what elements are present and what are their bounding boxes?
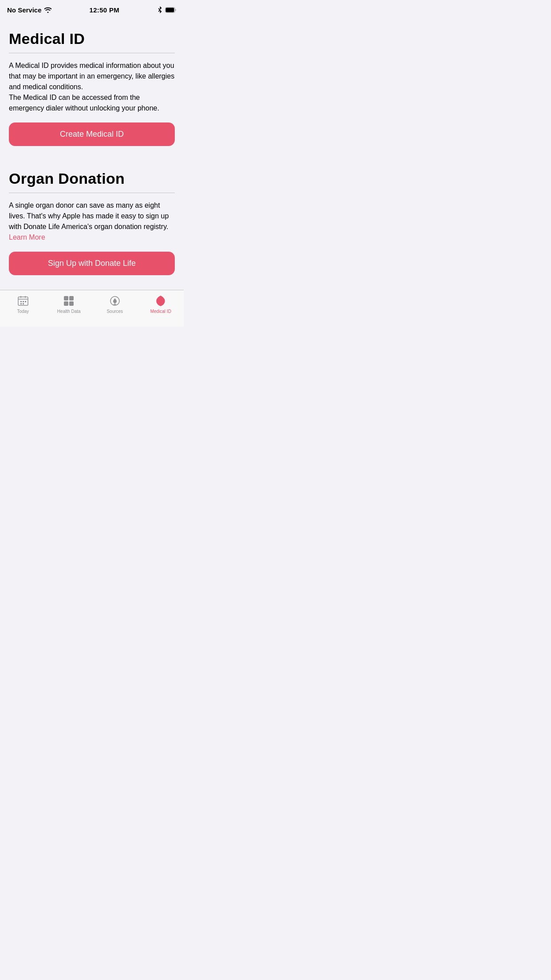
svg-rect-9 — [20, 303, 22, 304]
svg-rect-11 — [64, 296, 68, 300]
svg-rect-3 — [20, 296, 21, 298]
carrier-text: No Service — [7, 6, 42, 14]
organ-donation-title: Organ Donation — [9, 170, 175, 187]
status-right — [157, 6, 177, 13]
tab-sources[interactable]: Sources — [92, 295, 138, 314]
today-icon — [17, 295, 29, 307]
tab-health-data[interactable]: Health Data — [46, 295, 92, 314]
sources-icon — [109, 295, 121, 307]
create-medical-id-button[interactable]: Create Medical ID — [9, 122, 175, 146]
battery-icon — [165, 7, 177, 13]
medical-id-icon — [154, 295, 167, 307]
organ-donation-section: Organ Donation A single organ donor can … — [0, 159, 184, 284]
svg-rect-12 — [69, 296, 74, 300]
organ-donation-divider — [9, 193, 175, 193]
svg-rect-13 — [64, 301, 68, 306]
today-label: Today — [17, 309, 29, 314]
health-data-label: Health Data — [57, 309, 81, 314]
tab-medical-id[interactable]: Medical ID — [138, 295, 184, 314]
organ-donation-description: A single organ donor can save as many as… — [9, 200, 175, 243]
svg-rect-1 — [165, 8, 174, 12]
sign-up-button[interactable]: Sign Up with Donate Life — [9, 252, 175, 275]
time-display: 12:50 PM — [90, 6, 119, 14]
svg-rect-4 — [25, 296, 26, 298]
main-content: Medical ID A Medical ID provides medical… — [0, 20, 184, 290]
medical-id-section: Medical ID A Medical ID provides medical… — [0, 20, 184, 155]
sources-label: Sources — [106, 309, 123, 314]
medical-id-tab-label: Medical ID — [150, 309, 171, 314]
svg-rect-10 — [23, 303, 24, 304]
medical-id-title: Medical ID — [9, 30, 175, 47]
health-data-icon — [63, 295, 75, 307]
svg-rect-8 — [25, 301, 26, 302]
tab-today[interactable]: Today — [0, 295, 46, 314]
status-bar: No Service 12:50 PM — [0, 0, 184, 20]
svg-rect-7 — [23, 301, 24, 302]
svg-rect-6 — [20, 301, 22, 302]
medical-id-description: A Medical ID provides medical informatio… — [9, 60, 175, 114]
status-left: No Service — [7, 6, 51, 14]
bluetooth-icon — [157, 6, 162, 13]
svg-rect-14 — [69, 301, 74, 306]
learn-more-link[interactable]: Learn More — [9, 233, 45, 241]
tab-bar: Today Health Data Sources — [0, 290, 184, 327]
wifi-icon — [44, 7, 51, 13]
divider — [9, 53, 175, 53]
